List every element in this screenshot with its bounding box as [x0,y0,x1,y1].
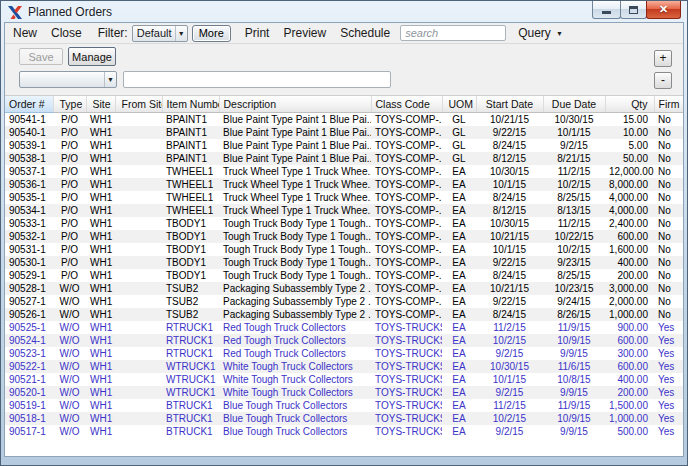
cell-start_date[interactable]: 11/2/15 [476,321,543,334]
cell-site[interactable]: WH1 [86,112,115,126]
table-row[interactable]: 90527-1W/OWH1TSUB2Packaging Subassembly … [5,295,683,308]
cell-item[interactable]: BPAINT1 [162,139,219,152]
cell-description[interactable]: Red Tough Truck Collectors [219,347,371,360]
cell-uom[interactable]: EA [442,165,476,178]
cell-start_date[interactable]: 10/1/15 [476,178,543,191]
query-menu[interactable]: Query ▼ [518,26,563,40]
cell-qty[interactable]: 15.00 [605,112,654,126]
cell-class_code[interactable]: TOYS-COMP-... [371,191,442,204]
cell-type[interactable]: P/O [53,126,86,139]
cell-uom[interactable]: EA [442,399,476,412]
table-row[interactable]: 90525-1W/OWH1RTRUCK1Red Tough Truck Coll… [5,321,683,334]
cell-from_site[interactable] [115,321,162,334]
search-input[interactable] [400,25,506,41]
cell-site[interactable]: WH1 [86,204,115,217]
table-row[interactable]: 90524-1W/OWH1RTRUCK1Red Tough Truck Coll… [5,334,683,347]
add-button[interactable]: + [654,50,672,67]
cell-item[interactable]: WTRUCK1 [162,360,219,373]
cell-qty[interactable]: 3,000.00 [605,282,654,295]
cell-from_site[interactable] [115,269,162,282]
cell-description[interactable]: Blue Tough Truck Collectors [219,412,371,425]
cell-from_site[interactable] [115,243,162,256]
cell-firm[interactable]: No [654,112,683,126]
cell-item[interactable]: TBODY1 [162,269,219,282]
cell-firm[interactable]: No [654,269,683,282]
table-row[interactable]: 90540-1P/OWH1BPAINT1Blue Paint Type Pain… [5,126,683,139]
filter-dropdown[interactable]: Default ▼ [132,25,188,42]
cell-order[interactable]: 90530-1 [5,256,53,269]
cell-site[interactable]: WH1 [86,282,115,295]
cell-qty[interactable]: 600.00 [605,230,654,243]
cell-uom[interactable]: EA [442,308,476,321]
cell-due_date[interactable]: 9/2/15 [543,139,605,152]
cell-site[interactable]: WH1 [86,178,115,191]
cell-start_date[interactable]: 10/1/15 [476,243,543,256]
cell-type[interactable]: P/O [53,191,86,204]
cell-order[interactable]: 90526-1 [5,308,53,321]
cell-firm[interactable]: Yes [654,412,683,425]
cell-type[interactable]: P/O [53,243,86,256]
cell-from_site[interactable] [115,256,162,269]
cell-site[interactable]: WH1 [86,256,115,269]
cell-order[interactable]: 90521-1 [5,373,53,386]
cell-from_site[interactable] [115,399,162,412]
cell-qty[interactable]: 5.00 [605,139,654,152]
cell-item[interactable]: BTRUCK1 [162,412,219,425]
cell-qty[interactable]: 50.00 [605,152,654,165]
cell-site[interactable]: WH1 [86,230,115,243]
cell-from_site[interactable] [115,204,162,217]
cell-qty[interactable]: 12,000.00 [605,165,654,178]
cell-order[interactable]: 90540-1 [5,126,53,139]
column-header-site[interactable]: Site [86,96,115,112]
cell-type[interactable]: W/O [53,425,86,438]
cell-start_date[interactable]: 10/2/15 [476,334,543,347]
cell-due_date[interactable]: 9/23/15 [543,256,605,269]
cell-type[interactable]: P/O [53,178,86,191]
cell-firm[interactable]: No [654,243,683,256]
cell-uom[interactable]: EA [442,217,476,230]
cell-due_date[interactable]: 10/30/15 [543,112,605,126]
cell-firm[interactable]: No [654,139,683,152]
cell-class_code[interactable]: TOYS-TRUCKS... [371,347,442,360]
cell-due_date[interactable]: 11/2/15 [543,165,605,178]
cell-start_date[interactable]: 8/12/15 [476,152,543,165]
cell-type[interactable]: P/O [53,139,86,152]
cell-item[interactable]: TWHEEL1 [162,204,219,217]
cell-qty[interactable]: 200.00 [605,269,654,282]
cell-start_date[interactable]: 10/2/15 [476,412,543,425]
cell-description[interactable]: Red Tough Truck Collectors [219,334,371,347]
cell-description[interactable]: Tough Truck Body Type 1 Tough... [219,269,371,282]
table-row[interactable]: 90539-1P/OWH1BPAINT1Blue Paint Type Pain… [5,139,683,152]
menu-preview[interactable]: Preview [283,26,326,40]
cell-class_code[interactable]: TOYS-COMP-... [371,269,442,282]
cell-type[interactable]: W/O [53,412,86,425]
cell-qty[interactable]: 1,500.00 [605,399,654,412]
cell-site[interactable]: WH1 [86,425,115,438]
cell-item[interactable]: WTRUCK1 [162,373,219,386]
cell-qty[interactable]: 2,400.00 [605,217,654,230]
cell-item[interactable]: RTRUCK1 [162,347,219,360]
cell-item[interactable]: TSUB2 [162,295,219,308]
cell-from_site[interactable] [115,217,162,230]
cell-firm[interactable]: No [654,165,683,178]
field-selector-dropdown[interactable]: ▼ [19,71,117,88]
cell-site[interactable]: WH1 [86,191,115,204]
cell-order[interactable]: 90535-1 [5,191,53,204]
cell-qty[interactable]: 500.00 [605,425,654,438]
cell-qty[interactable]: 4,000.00 [605,191,654,204]
cell-from_site[interactable] [115,230,162,243]
menu-print[interactable]: Print [245,26,270,40]
cell-uom[interactable]: GL [442,139,476,152]
cell-type[interactable]: W/O [53,321,86,334]
cell-from_site[interactable] [115,152,162,165]
cell-uom[interactable]: EA [442,256,476,269]
cell-due_date[interactable]: 8/26/15 [543,308,605,321]
cell-start_date[interactable]: 10/30/15 [476,360,543,373]
cell-order[interactable]: 90534-1 [5,204,53,217]
cell-due_date[interactable]: 10/1/15 [543,126,605,139]
cell-firm[interactable]: Yes [654,373,683,386]
cell-start_date[interactable]: 9/2/15 [476,425,543,438]
cell-class_code[interactable]: TOYS-COMP-... [371,256,442,269]
cell-order[interactable]: 90518-1 [5,412,53,425]
cell-description[interactable]: Red Tough Truck Collectors [219,321,371,334]
